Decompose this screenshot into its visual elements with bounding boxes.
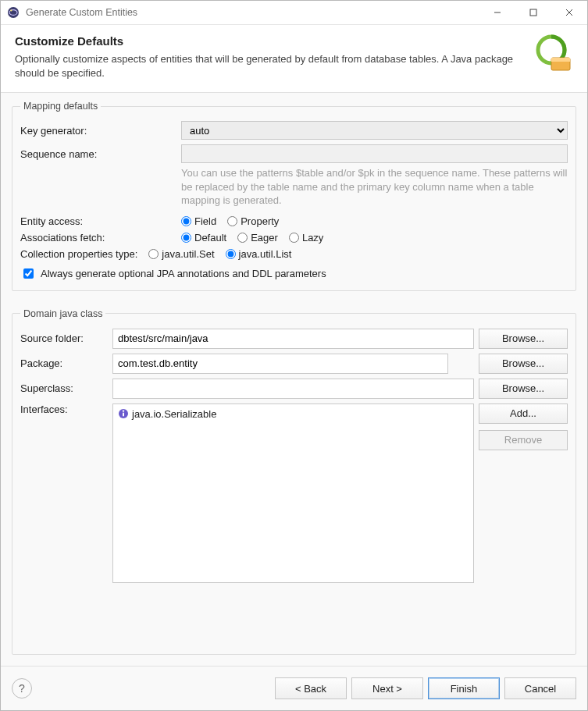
help-icon[interactable]: ?: [12, 678, 32, 699]
page-title: Customize Defaults: [15, 34, 515, 48]
assoc-fetch-eager-radio[interactable]: [237, 233, 248, 243]
mapping-defaults-group: Mapping defaults Key generator: auto Seq…: [12, 101, 576, 291]
svg-rect-12: [123, 413, 124, 417]
superclass-browse-button[interactable]: Browse...: [479, 379, 568, 399]
entity-access-property-option[interactable]: Property: [227, 215, 279, 227]
list-item[interactable]: java.io.Serializable: [116, 407, 470, 421]
minimize-button[interactable]: [479, 1, 515, 24]
add-interface-button[interactable]: Add...: [479, 403, 568, 424]
always-generate-checkbox[interactable]: [23, 268, 34, 279]
assoc-fetch-default-option[interactable]: Default: [181, 232, 226, 244]
package-input[interactable]: [112, 354, 448, 374]
entity-access-label: Entity access:: [20, 215, 176, 227]
svg-rect-4: [530, 9, 536, 16]
coll-type-list-option[interactable]: java.util.List: [226, 248, 292, 260]
key-generator-label: Key generator:: [20, 125, 176, 137]
source-folder-label: Source folder:: [20, 332, 108, 344]
page-description: Optionally customize aspects of entities…: [15, 52, 515, 80]
coll-type-set-radio[interactable]: [148, 249, 159, 259]
wizard-body: Mapping defaults Key generator: auto Seq…: [1, 93, 587, 666]
entity-access-field-radio[interactable]: [181, 216, 191, 226]
source-folder-input[interactable]: [112, 329, 474, 349]
svg-point-2: [10, 9, 12, 11]
sequence-name-label: Sequence name:: [20, 148, 176, 160]
source-folder-browse-button[interactable]: Browse...: [479, 329, 568, 349]
interface-icon: [118, 408, 129, 419]
svg-rect-9: [551, 58, 570, 62]
next-button[interactable]: Next >: [351, 677, 423, 699]
wizard-footer: ? < Back Next > Finish Cancel: [1, 666, 587, 710]
maximize-button[interactable]: [515, 1, 551, 24]
coll-type-set-option[interactable]: java.util.Set: [148, 248, 214, 260]
mapping-defaults-legend: Mapping defaults: [20, 101, 101, 112]
coll-type-list-radio[interactable]: [226, 249, 236, 259]
svg-point-11: [123, 411, 124, 412]
entity-access-field-option[interactable]: Field: [181, 215, 216, 227]
associations-fetch-label: Associations fetch:: [20, 232, 176, 244]
titlebar: Generate Custom Entities: [1, 1, 587, 25]
assoc-fetch-lazy-radio[interactable]: [289, 233, 299, 243]
assoc-fetch-default-radio[interactable]: [181, 233, 191, 243]
sequence-name-help: You can use the patterns $table and/or $…: [181, 166, 568, 208]
assoc-fetch-lazy-option[interactable]: Lazy: [289, 232, 323, 244]
interfaces-list[interactable]: java.io.Serializable: [112, 403, 474, 583]
interface-name: java.io.Serializable: [132, 408, 216, 420]
superclass-label: Superclass:: [20, 382, 108, 394]
package-browse-button[interactable]: Browse...: [479, 354, 568, 374]
superclass-input[interactable]: [112, 379, 474, 399]
remove-interface-button: Remove: [479, 430, 568, 450]
close-button[interactable]: [551, 1, 587, 24]
interfaces-label: Interfaces:: [20, 403, 108, 415]
entity-access-property-radio[interactable]: [227, 216, 237, 226]
domain-java-class-group: Domain java class Source folder: Browse.…: [12, 308, 576, 655]
domain-java-class-legend: Domain java class: [20, 308, 105, 319]
always-generate-label: Always generate optional JPA annotations…: [41, 268, 326, 279]
wizard-banner-icon: [528, 34, 573, 76]
window-title: Generate Custom Entities: [26, 7, 479, 18]
collection-type-label: Collection properties type:: [20, 248, 137, 260]
wizard-header: Customize Defaults Optionally customize …: [1, 25, 587, 93]
key-generator-select[interactable]: auto: [181, 121, 568, 140]
cancel-button[interactable]: Cancel: [504, 677, 576, 699]
wizard-window: { "window": { "title": "Generate Custom …: [0, 0, 588, 711]
sequence-name-input: [181, 144, 568, 163]
eclipse-icon: [7, 6, 20, 19]
assoc-fetch-eager-option[interactable]: Eager: [237, 232, 278, 244]
finish-button[interactable]: Finish: [428, 677, 500, 699]
package-label: Package:: [20, 357, 108, 369]
back-button[interactable]: < Back: [275, 677, 347, 699]
